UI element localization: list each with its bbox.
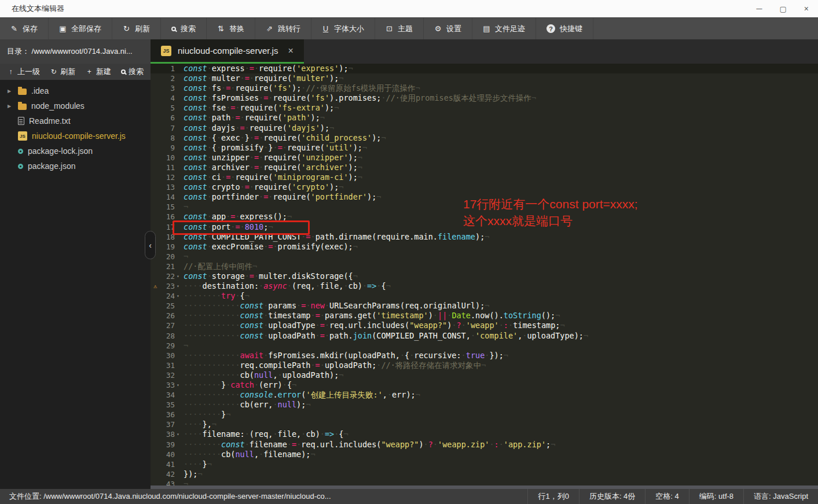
code-line-21[interactable]: 21//·配置上传中间件¬ — [151, 262, 818, 271]
code-line-18[interactable]: 18const·COMPILED_PATH_CONST·=·path.dirna… — [151, 232, 818, 242]
code-line-4[interactable]: 4const·fsPromises·=·require('fs').promis… — [151, 93, 818, 103]
sidebar-action-refresh[interactable]: ↻刷新 — [50, 67, 75, 77]
line-number: 35 — [160, 400, 175, 410]
chevron-right-icon[interactable]: ▶ — [8, 104, 13, 109]
code-line-40[interactable]: 40········cb(null,·filename);¬ — [151, 450, 818, 459]
code-line-20[interactable]: 20¬ — [151, 252, 818, 262]
code-line-31[interactable]: 31············req.compilePath·=·uploadPa… — [151, 360, 818, 370]
toolbar-button-shortcuts[interactable]: ?快捷键 — [536, 18, 593, 39]
line-number: 42 — [160, 469, 175, 479]
code-line-28[interactable]: 28············const·uploadPath·=·path.jo… — [151, 331, 818, 341]
fold-arrow-icon[interactable]: ▾ — [175, 291, 181, 301]
tab-close-icon[interactable]: × — [288, 46, 293, 56]
toolbar-button-label: 保存 — [23, 24, 38, 34]
fold-arrow-icon[interactable]: ▾ — [175, 380, 181, 390]
code-line-35[interactable]: 35············cb(err,·null);¬ — [151, 400, 818, 410]
code-line-6[interactable]: 6const·path·=·require('path');¬ — [151, 113, 818, 123]
code-line-32[interactable]: 32············cb(null,·uploadPath);¬ — [151, 370, 818, 380]
sidebar-action-search[interactable]: 搜索 — [121, 67, 144, 77]
toolbar-button-file-history[interactable]: ▤文件足迹 — [472, 18, 536, 39]
chevron-right-icon[interactable]: ▶ — [8, 89, 13, 94]
code-line-1[interactable]: 1const·express·=·require('express');¬ — [151, 64, 818, 73]
line-number: 6 — [160, 113, 175, 123]
fold-arrow-icon[interactable]: ▾ — [175, 281, 181, 291]
code-line-38[interactable]: 38▾····filename:·(req,·file,·cb)·=>·{¬ — [151, 429, 818, 439]
code-text: ····filename:·(req,·file,·cb)·=>·{¬ — [181, 429, 349, 439]
toolbar-button-font-size[interactable]: U字体大小 — [311, 18, 375, 39]
code-line-19[interactable]: 19const·execPromise·=·promisify(exec);¬ — [151, 242, 818, 252]
code-lines: 1const·express·=·require('express');¬2co… — [151, 64, 818, 489]
code-line-12[interactable]: 12const·ci·=·require('miniprogram-ci');¬ — [151, 172, 818, 182]
maximize-icon[interactable]: ▢ — [780, 5, 787, 13]
gutter: 38▾ — [151, 429, 181, 439]
code-line-22[interactable]: 22▾const·storage·=·multer.diskStorage({¬ — [151, 271, 818, 281]
toolbar-button-refresh[interactable]: ↻刷新 — [112, 18, 161, 39]
toolbar-button-search[interactable]: 搜索 — [161, 18, 207, 39]
toolbar-button-replace[interactable]: ⇅替换 — [207, 18, 255, 39]
tab-niucloud-compile-server-js[interactable]: JS niucloud-compile-server.js × — [151, 39, 304, 64]
line-number: 12 — [160, 172, 175, 182]
code-editor[interactable]: 1const·express·=·require('express');¬2co… — [151, 64, 818, 489]
code-line-7[interactable]: 7const·dayjs·=·require('dayjs');¬ — [151, 123, 818, 133]
code-line-24[interactable]: 24▾········try·{¬ — [151, 291, 818, 301]
code-line-33[interactable]: 33▾········}·catch·(err)·{¬ — [151, 380, 818, 390]
toolbar-button-theme[interactable]: ⊡主题 — [375, 18, 424, 39]
tree-item-package-json[interactable]: package.json — [0, 159, 151, 174]
minimize-icon[interactable]: ─ — [757, 5, 762, 13]
code-text: ············cb(null,·uploadPath);¬ — [181, 370, 343, 380]
code-line-9[interactable]: 9const·{·promisify·}·=·require('util');¬ — [151, 143, 818, 153]
toolbar-button-save[interactable]: ✎保存 — [0, 18, 49, 39]
toolbar-button-settings[interactable]: ⚙设置 — [424, 18, 472, 39]
horizontal-scrollbar[interactable] — [151, 485, 818, 489]
code-line-10[interactable]: 10const·unzipper·=·require('unzipper');¬ — [151, 153, 818, 163]
code-line-13[interactable]: 13const·crypto·=·require('crypto');¬ — [151, 182, 818, 192]
line-number: 31 — [160, 360, 175, 370]
code-line-11[interactable]: 11const·archiver·=·require('archiver');¬ — [151, 163, 818, 172]
code-text: //·配置上传中间件¬ — [181, 262, 257, 271]
code-line-30[interactable]: 30············await·fsPromises.mkdir(upl… — [151, 351, 818, 360]
sidebar-action-up-level[interactable]: ↑上一级 — [7, 67, 40, 77]
fold-arrow-icon[interactable]: ▾ — [175, 429, 181, 439]
fontsize-icon: U — [322, 24, 329, 33]
code-text: ····destination:·async·(req,·file,·cb)·=… — [181, 281, 391, 291]
code-line-25[interactable]: 25············const·params·=·new·URLSear… — [151, 301, 818, 311]
line-number: 40 — [160, 450, 175, 459]
app-window: 在线文本编辑器 ─ ▢ × ✎保存▣全部保存↻刷新搜索⇅替换⇗跳转行U字体大小⊡… — [0, 0, 818, 504]
code-line-26[interactable]: 26············const·timestamp·=·params.g… — [151, 311, 818, 321]
code-line-29[interactable]: 29¬ — [151, 341, 818, 351]
gutter: 13 — [151, 182, 181, 192]
help-icon: ? — [546, 24, 555, 33]
code-line-23[interactable]: ⚠23▾····destination:·async·(req,·file,·c… — [151, 281, 818, 291]
tree-item-Readme-txt[interactable]: Readme.txt — [0, 113, 151, 128]
code-line-39[interactable]: 39········const·filename·=·req.url.inclu… — [151, 440, 818, 450]
close-icon[interactable]: × — [804, 5, 809, 13]
code-text: const·multer·=·require('multer');¬ — [181, 73, 343, 83]
code-line-2[interactable]: 2const·multer·=·require('multer');¬ — [151, 73, 818, 83]
text-file-icon — [18, 117, 24, 125]
code-text: });¬ — [181, 469, 203, 479]
code-text: const·fsPromises·=·require('fs').promise… — [181, 93, 536, 103]
toolbar-button-save-all[interactable]: ▣全部保存 — [49, 18, 112, 39]
code-line-8[interactable]: 8const·{·exec·}·=·require('child_process… — [151, 133, 818, 143]
code-text: ············console.error('创建上传目录失败:',·e… — [181, 390, 420, 400]
code-line-34[interactable]: 34············console.error('创建上传目录失败:',… — [151, 390, 818, 400]
tree-item-package-lock-json[interactable]: package-lock.json — [0, 144, 151, 159]
tree-item-label: .idea — [31, 86, 49, 95]
gutter: 7 — [151, 123, 181, 133]
code-line-3[interactable]: 3const·fs·=·require('fs');·//·保留原始fs模块用于… — [151, 83, 818, 93]
tree-item-label: niucloud-compile-server.js — [32, 131, 126, 141]
code-line-37[interactable]: 37····},¬ — [151, 420, 818, 429]
sidebar-collapse-handle[interactable]: ‹ — [145, 231, 156, 259]
tree-item-node-modules[interactable]: ▶node_modules — [0, 98, 151, 113]
tree-item--idea[interactable]: ▶.idea — [0, 83, 151, 98]
code-line-36[interactable]: 36········}¬ — [151, 410, 818, 420]
code-line-5[interactable]: 5const·fse·=·require('fs-extra');¬ — [151, 103, 818, 113]
code-line-42[interactable]: 42});¬ — [151, 469, 818, 479]
code-line-27[interactable]: 27············const·uploadType·=·req.url… — [151, 321, 818, 330]
gutter: 29 — [151, 341, 181, 351]
code-line-41[interactable]: 41····}¬ — [151, 459, 818, 469]
toolbar-button-goto-line[interactable]: ⇗跳转行 — [255, 18, 311, 39]
fold-arrow-icon[interactable]: ▾ — [175, 271, 181, 281]
tree-item-niucloud-compile-server-js[interactable]: JSniucloud-compile-server.js — [0, 128, 151, 144]
sidebar-action-new[interactable]: +新建 — [86, 67, 111, 77]
